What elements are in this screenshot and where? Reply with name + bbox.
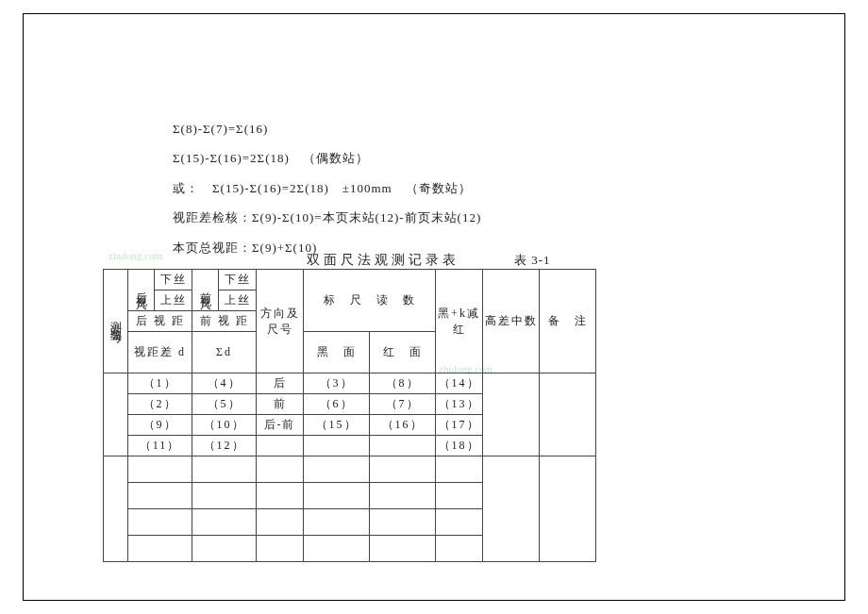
empty-c6	[436, 509, 483, 536]
cell-6: （6）	[304, 394, 370, 415]
cell-7: （7）	[370, 394, 436, 415]
cell-10: （10）	[192, 415, 257, 436]
empty-d1	[128, 536, 192, 562]
hdr-back-ruler: 后视尺	[128, 270, 155, 311]
cell-18: （18）	[436, 436, 483, 456]
page-frame: Σ(8)-Σ(7)=Σ(16) Σ(15)-Σ(16)=2Σ(18) （偶数站）…	[23, 13, 845, 601]
height-diff-cell-1	[483, 373, 540, 456]
empty-a6	[436, 456, 483, 483]
cell-13: （13）	[436, 394, 483, 415]
station-cell-1	[104, 373, 128, 456]
empty-c4	[304, 509, 370, 536]
table-title: 双面尺法观测记录表	[307, 252, 459, 269]
hdr-black-face: 黑 面	[304, 332, 370, 373]
watermark-1: zhulong.com	[108, 250, 162, 261]
empty-b5	[370, 483, 436, 509]
empty-b4	[304, 483, 370, 509]
cell-e2	[304, 436, 370, 456]
empty-d4	[304, 536, 370, 562]
empty-b6	[436, 483, 483, 509]
empty-c3	[257, 509, 304, 536]
cell-e1	[257, 436, 304, 456]
observation-table: 测站编号 后视尺 下丝 前视尺 下丝 方向及尺号 标 尺 读 数 黑+k减红 高…	[103, 269, 596, 562]
empty-a2	[192, 456, 257, 483]
hdr-sigma-d: Σd	[192, 332, 257, 373]
empty-b3	[257, 483, 304, 509]
table-number: 表 3-1	[514, 252, 551, 269]
empty-c2	[192, 509, 257, 536]
hdr-reading: 标 尺 读 数	[304, 270, 436, 332]
cell-1: （1）	[128, 373, 192, 394]
cell-front: 前	[257, 394, 304, 415]
cell-e3	[370, 436, 436, 456]
formula-line-3: 或： Σ(15)-Σ(16)=2Σ(18) ±100mm （奇数站）	[173, 177, 481, 199]
formula-line-2: Σ(15)-Σ(16)=2Σ(18) （偶数站）	[173, 147, 481, 169]
hdr-front-dist: 前 视 距	[192, 311, 257, 332]
cell-14: （14）	[436, 373, 483, 394]
cell-4: （4）	[192, 373, 257, 394]
cell-back-front: 后-前	[257, 415, 304, 436]
cell-2: （2）	[128, 394, 192, 415]
cell-back: 后	[257, 373, 304, 394]
cell-15: （15）	[304, 415, 370, 436]
formula-line-4: 视距差检核：Σ(9)-Σ(10)=本页末站(12)-前页末站(12)	[173, 207, 481, 228]
formula-line-1: Σ(8)-Σ(7)=Σ(16)	[173, 118, 481, 140]
hdr-height-diff: 高差中数	[483, 270, 540, 373]
cell-11: （11）	[128, 436, 192, 456]
remark-cell-1	[540, 373, 596, 456]
cell-8: （8）	[370, 373, 436, 394]
empty-d3	[257, 536, 304, 562]
empty-d6	[436, 536, 483, 562]
cell-16: （16）	[370, 415, 436, 436]
cell-12: （12）	[192, 436, 257, 456]
hdr-black-k-red: 黑+k减红	[436, 270, 483, 373]
formula-block: Σ(8)-Σ(7)=Σ(16) Σ(15)-Σ(16)=2Σ(18) （偶数站）…	[173, 118, 481, 266]
empty-d5	[370, 536, 436, 562]
empty-a4	[304, 456, 370, 483]
cell-9: （9）	[128, 415, 192, 436]
empty-b1	[128, 483, 192, 509]
empty-a1	[128, 456, 192, 483]
cell-5: （5）	[192, 394, 257, 415]
hdr-front-ruler: 前视尺	[192, 270, 219, 311]
height-diff-cell-2	[483, 456, 540, 562]
hdr-dist-diff: 视距差 d	[128, 332, 192, 373]
empty-a5	[370, 456, 436, 483]
empty-c5	[370, 509, 436, 536]
hdr-direction: 方向及尺号	[257, 270, 304, 373]
hdr-back-dist: 后 视 距	[128, 311, 192, 332]
cell-17: （17）	[436, 415, 483, 436]
hdr-red-face: 红 面	[370, 332, 436, 373]
empty-d2	[192, 536, 257, 562]
hdr-back-up: 上丝	[155, 290, 192, 311]
station-cell-2	[104, 456, 128, 562]
hdr-front-down: 下丝	[219, 270, 257, 290]
hdr-back-down: 下丝	[155, 270, 192, 290]
hdr-station: 测站编号	[104, 270, 128, 373]
cell-3: （3）	[304, 373, 370, 394]
remark-cell-2	[540, 456, 596, 562]
empty-b2	[192, 483, 257, 509]
hdr-front-up: 上丝	[219, 290, 257, 311]
empty-c1	[128, 509, 192, 536]
hdr-remark: 备 注	[540, 270, 596, 373]
empty-a3	[257, 456, 304, 483]
